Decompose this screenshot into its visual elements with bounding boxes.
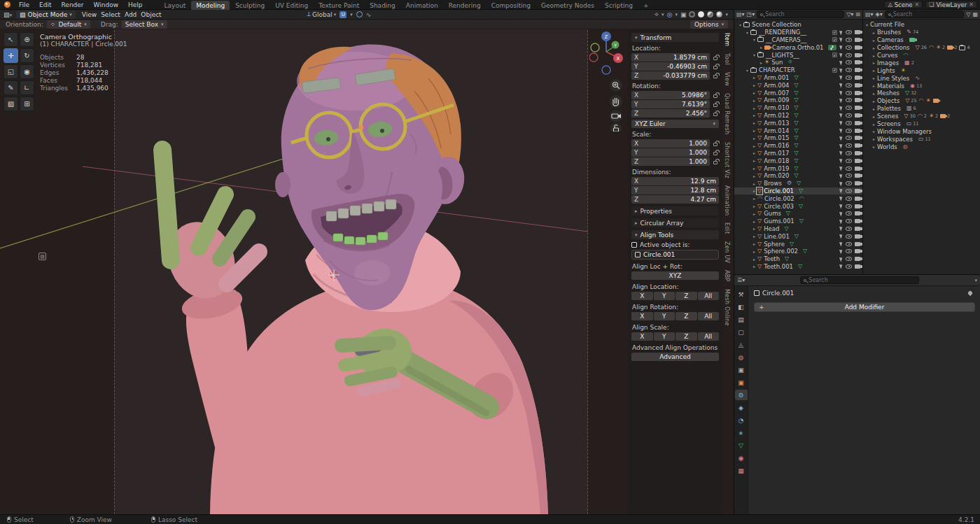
editor-type-icon[interactable]: ☰▾: [737, 277, 745, 283]
workspace-tab-sculpting[interactable]: Sculpting: [230, 1, 270, 10]
disable-render-icon[interactable]: [855, 242, 860, 246]
selectable-icon[interactable]: [839, 226, 844, 232]
expand-icon[interactable]: ▸: [751, 204, 757, 208]
gizmo-toggle-icon[interactable]: ⟡: [654, 10, 659, 18]
lock-icon[interactable]: [711, 73, 719, 78]
workspace-tab-geometry-nodes[interactable]: Geometry Nodes: [536, 1, 599, 10]
rotation-mode-dropdown[interactable]: XYZ Euler ▾: [631, 120, 719, 128]
align-rot-z-button[interactable]: Z: [676, 312, 697, 320]
expand-icon[interactable]: ▾: [737, 22, 743, 27]
blend-file-row-screens[interactable]: ▸ Screens ▭11: [863, 120, 980, 128]
add-workspace-button[interactable]: +: [638, 1, 654, 10]
align-rot-all-button[interactable]: All: [698, 312, 720, 320]
lock-icon[interactable]: [711, 159, 719, 164]
blend-file-row-window-managers[interactable]: ▸ Window Managers: [863, 127, 980, 135]
expand-icon[interactable]: ▸: [873, 53, 875, 58]
blend-file-row-cameras[interactable]: ▸ Cameras: [863, 36, 980, 44]
blender-logo-icon[interactable]: [4, 1, 10, 8]
outliner-search-input[interactable]: Search: [757, 10, 844, 18]
selectable-icon[interactable]: [839, 211, 844, 216]
outliner-row-gums[interactable]: ▸ ▽ Gums ▽: [734, 210, 862, 218]
selectable-icon[interactable]: [839, 173, 844, 178]
expand-icon[interactable]: ▸: [758, 60, 764, 65]
properties-tab-object[interactable]: ▣: [735, 377, 748, 388]
workspace-tab-layout[interactable]: Layout: [160, 1, 191, 10]
options-dropdown[interactable]: Options ▾: [690, 20, 728, 29]
disable-render-icon[interactable]: [855, 60, 860, 64]
selectable-icon[interactable]: [839, 37, 844, 43]
expand-icon[interactable]: ▸: [873, 136, 875, 141]
expand-icon[interactable]: ▸: [751, 120, 757, 125]
properties-tab-constraints[interactable]: ◈: [735, 402, 748, 413]
workspace-tab-texture-paint[interactable]: Texture Paint: [314, 1, 364, 10]
n-panel-tab-quad-remesh[interactable]: Quad Remesh: [722, 90, 732, 138]
properties-tab-particles[interactable]: ∗: [735, 427, 748, 438]
outliner-row-line-001[interactable]: ▸ ▽ Line.001 ▽: [734, 232, 862, 240]
blend-file-row-brushes[interactable]: ▸ Brushes ✎74: [863, 29, 980, 36]
expand-icon[interactable]: ▸: [751, 83, 757, 87]
outliner-row-rendering[interactable]: ▾ __RENDERING__ ✓: [734, 29, 862, 36]
workspace-tab-rendering[interactable]: Rendering: [444, 1, 486, 10]
outliner-row-sphere[interactable]: ▸ ▽ Sphere ▽: [734, 240, 862, 248]
hide-viewport-icon[interactable]: [846, 45, 852, 50]
snap-dropdown-icon[interactable]: ▾: [350, 12, 353, 17]
n-panel-tab-edit[interactable]: Edit: [722, 219, 732, 238]
menu-file[interactable]: File: [15, 1, 34, 9]
outliner-row-arm-016[interactable]: ▸ ▽ Arm.016 ▽: [734, 142, 862, 150]
value-slider[interactable]: X5.0986°: [631, 91, 710, 99]
viewport-3d[interactable]: ↖⊕✛↻◱◉✎∟▧⊞ Camera Orthographic (1) CHARA…: [0, 20, 734, 514]
value-slider[interactable]: Z2.456°: [631, 109, 710, 118]
selectable-icon[interactable]: [839, 135, 844, 141]
lock-icon[interactable]: [711, 111, 719, 116]
align-loc-y-button[interactable]: Y: [654, 292, 676, 300]
disable-render-icon[interactable]: [855, 204, 860, 208]
selectable-icon[interactable]: [839, 166, 844, 171]
disable-render-icon[interactable]: [855, 249, 860, 253]
selectable-icon[interactable]: [839, 158, 844, 164]
workspace-tab-compositing[interactable]: Compositing: [486, 1, 536, 10]
navigation-gizmo[interactable]: Z X Y: [589, 29, 624, 133]
hide-viewport-icon[interactable]: [846, 60, 852, 64]
hide-viewport-icon[interactable]: [846, 234, 852, 239]
scale-tool[interactable]: ◱: [4, 64, 18, 79]
viewport-menu-select[interactable]: Select: [99, 11, 122, 18]
expand-icon[interactable]: ▸: [751, 128, 757, 133]
expand-icon[interactable]: ▸: [873, 60, 875, 65]
menu-help[interactable]: Help: [124, 1, 147, 9]
disable-render-icon[interactable]: [855, 76, 860, 80]
outliner-row-arm-014[interactable]: ▸ ▽ Arm.014 ▽: [734, 127, 862, 134]
shading-dropdown-icon[interactable]: ▾: [725, 12, 728, 17]
viewport-menu-view[interactable]: View: [80, 11, 99, 18]
align-rot-y-button[interactable]: Y: [654, 312, 676, 320]
align-loc-all-button[interactable]: All: [698, 292, 720, 300]
cursor-tool[interactable]: ⊕: [20, 32, 34, 47]
drag-setting-dropdown[interactable]: Select Box ▾: [122, 20, 167, 29]
hide-viewport-icon[interactable]: [846, 151, 852, 155]
outliner-row-arm-001[interactable]: ▸ ▽ Arm.001 ▽: [734, 74, 862, 82]
viewport-menu-object[interactable]: Object: [139, 11, 163, 18]
expand-icon[interactable]: ▸: [873, 144, 875, 149]
hide-viewport-icon[interactable]: [846, 211, 852, 215]
hide-viewport-icon[interactable]: [846, 167, 852, 171]
pin-icon[interactable]: [967, 290, 973, 296]
expand-icon[interactable]: ▸: [873, 129, 875, 134]
expand-icon[interactable]: ▸: [751, 211, 757, 216]
n-panel-tab-abp[interactable]: ABP: [722, 267, 732, 285]
disable-render-icon[interactable]: [855, 121, 860, 125]
measure-tool[interactable]: ∟: [20, 80, 34, 95]
blend-file-row-palettes[interactable]: ▸ Palettes ▥6: [863, 105, 980, 113]
disable-render-icon[interactable]: [855, 30, 860, 34]
expand-icon[interactable]: ▸: [751, 98, 757, 103]
disable-render-icon[interactable]: [855, 98, 860, 102]
outliner-row-arm-007[interactable]: ▸ ▽ Arm.007 ▽: [734, 89, 862, 97]
selectable-icon[interactable]: [839, 105, 844, 111]
editor-type-icon[interactable]: ▧▾: [4, 11, 12, 18]
hide-viewport-icon[interactable]: [846, 219, 852, 223]
align-loc-x-button[interactable]: X: [631, 292, 653, 300]
viewlayer-selector[interactable]: ❏ ViewLayer ✕: [925, 1, 977, 8]
properties-tab-texture[interactable]: ▦: [735, 465, 748, 476]
editor-type-icon[interactable]: ▤▾: [865, 11, 874, 17]
selectable-icon[interactable]: [839, 234, 844, 239]
expand-icon[interactable]: ▸: [751, 249, 757, 254]
blend-file-row-line-styles[interactable]: ▸ Line Styles ∿: [863, 74, 980, 82]
